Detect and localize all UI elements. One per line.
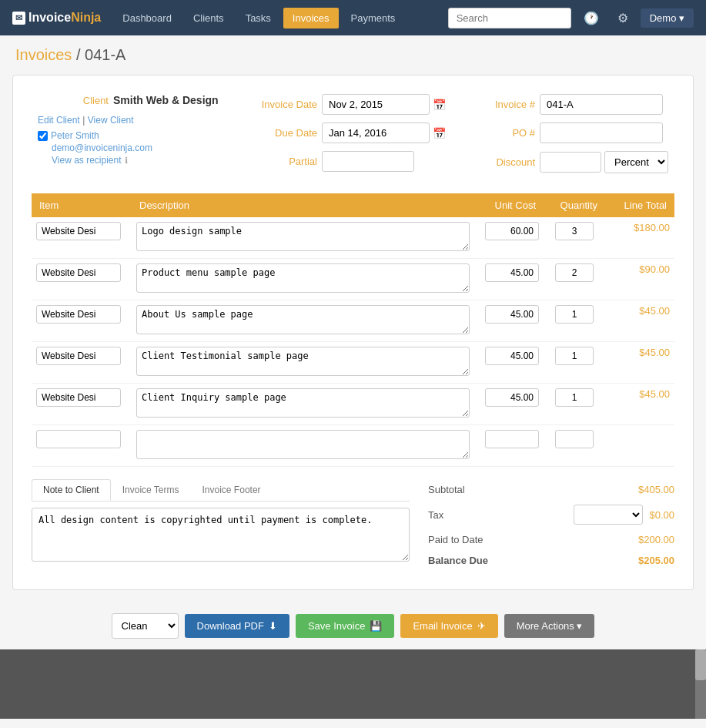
discount-type-select[interactable]: Percent Amount	[604, 151, 668, 173]
template-select[interactable]: Clean Bold Modern Creative	[112, 614, 178, 638]
discount-label: Discount	[458, 156, 535, 168]
contact-checkbox[interactable]	[38, 131, 48, 141]
row4-qty-cell	[544, 342, 605, 384]
row1-total-cell: $180.00	[605, 217, 674, 259]
bottom-section: Note to Client Invoice Terms Invoice Foo…	[32, 479, 674, 571]
row2-unit-input[interactable]	[485, 263, 539, 282]
tab-invoice-terms[interactable]: Invoice Terms	[111, 479, 191, 501]
row6-total-cell	[605, 425, 674, 467]
due-date-label: Due Date	[240, 127, 317, 139]
view-as-recipient-link[interactable]: View as recipient	[52, 155, 122, 166]
info-icon: ℹ	[125, 156, 128, 166]
row6-unit-cell	[474, 425, 544, 467]
row3-desc-textarea[interactable]: About Us sample page	[136, 305, 470, 334]
brand-icon: ✉	[12, 12, 25, 25]
row5-qty-input[interactable]	[555, 388, 594, 407]
scrollbar-thumb[interactable]	[695, 649, 706, 680]
row6-qty-input[interactable]	[555, 430, 594, 448]
row5-desc-textarea[interactable]: Client Inquiry sample page	[136, 388, 470, 418]
notes-section: Note to Client Invoice Terms Invoice Foo…	[32, 479, 410, 571]
balance-row: Balance Due $205.00	[428, 550, 674, 571]
row3-item-input[interactable]	[36, 305, 121, 324]
save-invoice-button[interactable]: Save Invoice 💾	[296, 614, 394, 638]
tab-invoice-footer[interactable]: Invoice Footer	[191, 479, 273, 501]
nav-clients[interactable]: Clients	[184, 8, 233, 29]
nav-tasks[interactable]: Tasks	[236, 8, 280, 29]
partial-label: Partial	[240, 156, 317, 167]
row6-item-input[interactable]	[36, 430, 121, 448]
table-header: Item Description Unit Cost Quantity Line…	[32, 193, 674, 217]
scrollbar-track	[695, 649, 706, 719]
row1-item-input[interactable]	[36, 222, 121, 240]
po-label: PO #	[458, 127, 535, 139]
template-select-wrap: Clean Bold Modern Creative	[112, 613, 179, 639]
row4-desc-textarea[interactable]: Client Testimonial sample page	[136, 347, 470, 376]
row2-unit-cell	[474, 259, 544, 300]
subtotal-value: $405.00	[638, 484, 674, 495]
table-body: Logo design sample $180.00 Product menu …	[32, 217, 674, 467]
demo-menu-button[interactable]: Demo ▾	[641, 8, 694, 28]
invoice-num-row: Invoice #	[458, 94, 668, 115]
row4-desc-cell: Client Testimonial sample page	[132, 342, 474, 384]
email-invoice-button[interactable]: Email Invoice ✈	[400, 614, 497, 638]
row3-qty-input[interactable]	[555, 305, 594, 324]
due-date-calendar-icon[interactable]: 📅	[433, 127, 446, 139]
row2-qty-input[interactable]	[555, 263, 594, 282]
nav-invoices[interactable]: Invoices	[283, 8, 339, 29]
row4-qty-input[interactable]	[555, 347, 594, 365]
gray-footer	[0, 649, 706, 719]
invoice-card: Client Smith Web & Design Edit Client | …	[12, 75, 694, 590]
breadcrumb-parent[interactable]: Invoices	[15, 46, 72, 63]
header-unit-cost: Unit Cost	[474, 193, 544, 217]
row6-unit-input[interactable]	[485, 430, 539, 448]
row5-item-input[interactable]	[36, 388, 121, 407]
partial-row: Partial	[240, 151, 446, 172]
nav-payments[interactable]: Payments	[342, 8, 405, 29]
edit-client-link[interactable]: Edit Client	[38, 115, 80, 126]
partial-input[interactable]	[322, 151, 414, 172]
discount-wrap: Percent Amount	[540, 151, 668, 173]
discount-input[interactable]	[540, 152, 601, 173]
row5-unit-input[interactable]	[485, 388, 539, 407]
row3-unit-input[interactable]	[485, 305, 539, 324]
invoice-date-wrap: 📅	[322, 94, 446, 115]
balance-label: Balance Due	[428, 555, 488, 566]
discount-row: Discount Percent Amount	[458, 151, 668, 173]
download-icon: ⬇	[269, 620, 277, 632]
invoice-num-input[interactable]	[540, 94, 663, 115]
due-date-input[interactable]	[322, 122, 430, 143]
download-pdf-button[interactable]: Download PDF ⬇	[185, 614, 289, 638]
header-quantity: Quantity	[544, 193, 605, 217]
save-icon: 💾	[370, 620, 382, 632]
table-row: About Us sample page $45.00	[32, 300, 674, 342]
brand-logo: ✉ InvoiceNinja	[12, 11, 101, 25]
row4-item-input[interactable]	[36, 347, 121, 365]
tab-note-to-client[interactable]: Note to Client	[32, 479, 111, 501]
row2-item-input[interactable]	[36, 263, 121, 282]
nav-dashboard[interactable]: Dashboard	[113, 8, 181, 29]
row6-desc-textarea[interactable]	[136, 430, 470, 459]
row5-desc-cell: Client Inquiry sample page	[132, 384, 474, 425]
invoice-date-input[interactable]	[322, 94, 430, 115]
row1-desc-textarea[interactable]: Logo design sample	[136, 222, 470, 251]
notes-textarea[interactable]: All design content is copyrighted until …	[32, 508, 410, 562]
settings-icon-button[interactable]: ⚙	[611, 8, 634, 29]
row2-desc-textarea[interactable]: Product menu sample page	[136, 263, 470, 293]
tax-label: Tax	[428, 509, 443, 521]
action-bar: Clean Bold Modern Creative Download PDF …	[0, 602, 706, 649]
row1-qty-input[interactable]	[555, 222, 594, 240]
subtotal-row: Subtotal $405.00	[428, 479, 674, 500]
row4-unit-input[interactable]	[485, 347, 539, 365]
more-actions-button[interactable]: More Actions ▾	[504, 614, 595, 638]
navbar: ✉ InvoiceNinja Dashboard Clients Tasks I…	[0, 0, 706, 35]
search-input[interactable]	[448, 8, 571, 29]
tax-select[interactable]	[574, 505, 643, 525]
contact-name-link[interactable]: Peter Smith	[51, 130, 99, 141]
view-client-link[interactable]: View Client	[88, 115, 134, 126]
totals-section: Subtotal $405.00 Tax $0.00 Paid to Date …	[428, 479, 674, 571]
clock-icon-button[interactable]: 🕐	[577, 8, 605, 29]
po-input[interactable]	[540, 122, 663, 143]
invoice-date-calendar-icon[interactable]: 📅	[433, 99, 446, 111]
invoice-date-label: Invoice Date	[240, 99, 317, 110]
row1-unit-input[interactable]	[485, 222, 539, 240]
